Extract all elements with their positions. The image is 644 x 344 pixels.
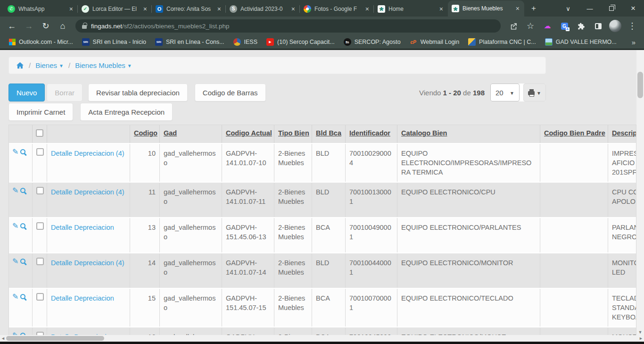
profile-avatar[interactable] <box>607 18 623 34</box>
bookmark-item[interactable]: SRI en Línea - Cons... <box>152 37 228 47</box>
detail-depreciation-link[interactable]: Detalle Depreciacion <box>51 294 114 302</box>
edit-pencil-icon[interactable]: ✎ <box>12 222 18 230</box>
minimize-button[interactable]: — <box>579 0 601 17</box>
maximize-button[interactable] <box>601 0 622 17</box>
column-header-descripcion: Descripc <box>608 125 636 143</box>
row-checkbox[interactable] <box>36 258 44 265</box>
breadcrumb-bienes-muebles[interactable]: Bienes Muebles▼ <box>75 61 132 69</box>
detail-depreciation-link[interactable]: Detalle Depreciacion (4) <box>51 188 124 196</box>
edit-pencil-icon[interactable]: ✎ <box>12 148 18 156</box>
cell-descripcion: CPU COAPOLO <box>608 183 636 217</box>
row-checkbox[interactable] <box>36 222 44 230</box>
lock-icon[interactable] <box>82 25 87 29</box>
barcode-button[interactable]: Codigo de Barras <box>195 84 266 101</box>
new-tab-button[interactable]: + <box>527 2 540 15</box>
browser-tab[interactable]: Lorca Editor — El × <box>78 1 152 17</box>
horizontal-scrollbar-thumb[interactable] <box>6 336 104 341</box>
breadcrumb-home-icon[interactable] <box>16 62 24 69</box>
cell-codigo: 11 <box>130 183 160 217</box>
edit-pencil-icon[interactable]: ✎ <box>12 187 18 194</box>
detail-depreciation-link[interactable]: Detalle Depreciacion (4) <box>51 150 124 157</box>
detail-depreciation-link[interactable]: Detalle Depreciacion (4) <box>51 259 124 267</box>
outlook-icon <box>156 5 163 13</box>
view-magnifier-icon[interactable] <box>20 149 25 154</box>
extensions-puzzle-icon[interactable] <box>573 18 589 34</box>
browser-tab[interactable]: Correo: Anita Sos × <box>152 1 226 17</box>
restore-icon <box>609 6 614 11</box>
scroll-right-arrow-icon[interactable]: ► <box>638 336 644 341</box>
share-icon[interactable] <box>505 18 521 34</box>
page-size-select[interactable]: 20 ▼ <box>490 84 520 101</box>
back-icon[interactable]: ← <box>4 18 20 34</box>
forward-icon[interactable]: → <box>21 18 37 34</box>
home-icon[interactable]: ⌂ <box>55 18 71 34</box>
view-magnifier-icon[interactable] <box>20 259 25 264</box>
tab-close-icon[interactable]: × <box>438 5 444 13</box>
tab-search-icon[interactable]: ∨ <box>557 0 579 17</box>
bookmark-item[interactable]: (10) Sercop Capacit... <box>263 37 338 47</box>
detail-depreciation-link[interactable]: Detalle Depreciacion <box>51 224 114 231</box>
browser-menu-icon[interactable]: ⋮ <box>624 18 640 34</box>
view-magnifier-icon[interactable] <box>20 223 25 228</box>
translate-icon[interactable]: G <box>556 18 572 34</box>
browser-tab[interactable]: Home × <box>374 1 448 17</box>
bookmark-item[interactable]: Outlook.com - Micr... <box>6 37 76 47</box>
new-button[interactable]: Nuevo <box>8 84 45 101</box>
print-card-button[interactable]: Imprimir Carnet <box>8 103 73 121</box>
browser-tab[interactable]: Bienes Muebles × <box>448 0 524 17</box>
vertical-scrollbar-thumb[interactable] <box>637 72 643 98</box>
bookmark-item[interactable]: Plataforma CNC | C... <box>465 37 539 47</box>
select-all-checkbox[interactable] <box>36 129 43 137</box>
horizontal-scrollbar[interactable]: ◄ ► <box>0 335 644 342</box>
bookmark-label: SRI en Línea - Inicio <box>93 39 146 45</box>
column-header-tipo-bien: Tipo Bien <box>274 125 312 143</box>
cell-tipo-bien: 2-Bienes Muebles <box>274 218 312 252</box>
bookmark-item[interactable]: SERCOP: Agosto <box>340 37 404 47</box>
browser-tab[interactable]: WhatsApp × <box>4 1 78 17</box>
tab-close-icon[interactable]: × <box>142 5 148 13</box>
bookmarks-overflow-icon[interactable]: » <box>629 38 638 46</box>
row-checkbox[interactable] <box>36 187 44 194</box>
breadcrumb-bienes[interactable]: Bienes▼ <box>35 61 64 69</box>
address-bar[interactable]: fingads.net/sf2/activos/bienes_muebles2_… <box>75 19 501 33</box>
action-toolbar-row2: Imprimir Carnet Acta Entrega Recepcion <box>8 103 546 121</box>
view-magnifier-icon[interactable] <box>20 294 25 299</box>
close-button[interactable]: × <box>622 0 644 17</box>
cell-codigo-bien-padre <box>540 183 608 217</box>
tab-close-icon[interactable]: × <box>364 5 370 13</box>
header-icons-col <box>9 125 33 143</box>
bookmark-item[interactable]: SRI en Línea - Inicio <box>79 37 149 47</box>
tab-close-icon[interactable]: × <box>515 5 520 12</box>
row-actions-cell: ✎ <box>9 218 33 252</box>
url-host: fingads.net <box>91 23 122 30</box>
print-dropdown-button[interactable]: ▼ <box>523 84 546 101</box>
browser-tab[interactable]: Actividad 2023-0 × <box>226 1 300 17</box>
row-checkbox-cell <box>33 327 47 336</box>
scroll-down-arrow-icon[interactable]: ▼ <box>636 330 644 335</box>
tab-close-icon[interactable]: × <box>216 5 222 13</box>
bookmark-item[interactable]: IESS <box>230 37 261 47</box>
cell-identificador: 700100490001 <box>346 218 397 252</box>
breadcrumb-separator: / <box>68 61 70 69</box>
review-depreciation-button[interactable]: Revisar tabla depreciacion <box>88 84 188 101</box>
delivery-receipt-button[interactable]: Acta Entrega Recepcion <box>80 103 173 121</box>
tab-close-icon[interactable]: × <box>290 5 296 13</box>
view-magnifier-icon[interactable] <box>20 188 25 193</box>
edit-pencil-icon[interactable]: ✎ <box>12 293 18 301</box>
delete-button[interactable]: Borrar <box>47 84 83 101</box>
browser-tab[interactable]: Fotos - Google F × <box>300 1 374 17</box>
vertical-scrollbar[interactable]: ▼ <box>636 50 644 335</box>
row-checkbox[interactable] <box>36 293 44 301</box>
reload-icon[interactable]: ↻ <box>38 18 54 34</box>
side-panel-icon[interactable] <box>590 18 606 34</box>
bookmark-item[interactable]: GAD VALLE HERMO... <box>542 37 620 47</box>
extension-cloud-icon[interactable]: ☁ <box>539 18 555 34</box>
bookmark-label: SRI en Línea - Cons... <box>166 39 224 45</box>
fn-icon <box>344 38 351 46</box>
scroll-left-arrow-icon[interactable]: ◄ <box>0 336 6 341</box>
bookmark-item[interactable]: Webmail Login <box>406 37 462 47</box>
row-checkbox[interactable] <box>36 148 44 156</box>
edit-pencil-icon[interactable]: ✎ <box>12 258 18 265</box>
tab-close-icon[interactable]: × <box>68 5 74 13</box>
bookmark-star-icon[interactable]: ☆ <box>522 18 538 34</box>
